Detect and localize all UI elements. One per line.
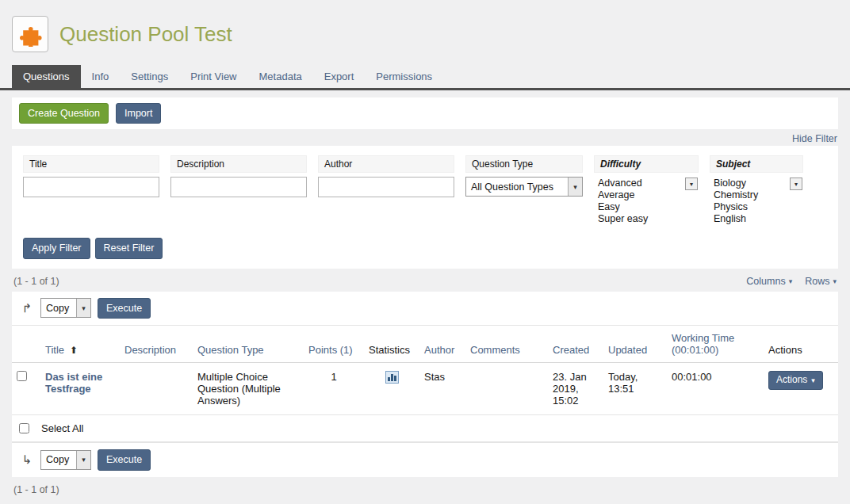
apply-filter-button[interactable]: Apply Filter (23, 238, 90, 258)
execute-button-bottom[interactable]: Execute (98, 449, 151, 470)
header-working-time[interactable]: Working Time (00:01:00) (667, 326, 764, 363)
create-question-button[interactable]: Create Question (19, 103, 109, 124)
page: Question Pool Test Questions Info Settin… (0, 0, 850, 500)
filter-panel: Title Description Author Question Type A… (12, 146, 838, 268)
hide-filter-link[interactable]: Hide Filter (792, 133, 837, 144)
dropdown-arrow-icon: ▾ (76, 451, 90, 469)
select-all-row: Select All (12, 415, 838, 442)
header-comments[interactable]: Comments (465, 326, 548, 363)
import-button[interactable]: Import (116, 103, 161, 124)
difficulty-option-super-easy[interactable]: Super easy (598, 213, 683, 225)
columns-menu[interactable]: Columns ▾ (746, 276, 792, 287)
header-points[interactable]: Points (1) (304, 326, 364, 363)
dropdown-arrow-icon: ▾ (568, 178, 582, 196)
caret-down-icon: ▾ (833, 277, 837, 285)
subject-option-english[interactable]: English (714, 213, 787, 225)
bulk-action-selected-value: Copy (41, 451, 76, 469)
caret-down-icon: ▾ (789, 277, 793, 285)
header-statistics: Statistics (364, 326, 419, 363)
rows-menu-label: Rows (805, 276, 829, 287)
puzzle-icon (17, 21, 43, 47)
filter-description-label: Description (170, 155, 307, 173)
header-description[interactable]: Description (120, 326, 193, 363)
question-type-select[interactable]: All Question Types ▾ (465, 177, 583, 197)
toolbar: Create Question Import (12, 97, 838, 129)
table-meta-top: (1 - 1 of 1) Columns ▾ Rows ▾ (12, 273, 838, 292)
row-checkbox-cell (12, 363, 40, 415)
table-meta-bottom: (1 - 1 of 1) (12, 481, 838, 500)
header-updated[interactable]: Updated (603, 326, 667, 363)
row-actions-label: Actions (776, 375, 807, 386)
tab-print-view[interactable]: Print View (179, 65, 247, 88)
difficulty-option-easy[interactable]: Easy (598, 201, 683, 213)
bulk-action-row-bottom: ↳ Copy ▾ Execute (12, 442, 838, 476)
question-table: Title ⬆ Description Question Type Points… (12, 326, 838, 415)
header-checkbox-spacer (12, 326, 40, 363)
filter-buttons: Apply Filter Reset Filter (23, 238, 827, 258)
filter-author-input[interactable] (318, 177, 454, 197)
bulk-action-select-bottom[interactable]: Copy ▾ (40, 450, 91, 470)
difficulty-multiselect[interactable]: Advanced Average Easy Super easy ▾ (594, 177, 699, 227)
sort-ascending-icon: ⬆ (70, 345, 78, 356)
row-checkbox[interactable] (17, 371, 27, 381)
rows-menu[interactable]: Rows ▾ (805, 276, 837, 287)
filter-item-description: Description (170, 155, 307, 197)
subject-option-chemistry[interactable]: Chemistry (714, 189, 787, 201)
dropdown-arrow-icon: ▾ (76, 299, 90, 317)
difficulty-option-advanced[interactable]: Advanced (598, 178, 683, 189)
tab-questions[interactable]: Questions (12, 65, 81, 88)
header-created[interactable]: Created (548, 326, 603, 363)
page-title: Question Pool Test (59, 22, 232, 47)
statistics-chart-icon[interactable] (385, 371, 399, 384)
apply-to-selection-bottom-icon: ↳ (20, 452, 34, 467)
header-actions: Actions (764, 326, 838, 363)
tab-info[interactable]: Info (81, 65, 121, 88)
question-points-cell: 1 (304, 363, 364, 415)
hide-filter-row: Hide Filter (13, 133, 837, 144)
tab-export[interactable]: Export (313, 65, 366, 88)
question-comments-cell (465, 363, 548, 415)
filter-item-author: Author (318, 155, 454, 197)
question-updated-cell: Today, 13:51 (603, 363, 667, 415)
app-header: Question Pool Test (0, 0, 850, 52)
filter-items: Title Description Author Question Type A… (23, 155, 827, 227)
filter-item-subject: Subject Biology Chemistry Physics Englis… (710, 155, 803, 227)
question-description-cell (120, 363, 193, 415)
row-actions-button[interactable]: Actions ▾ (768, 371, 823, 390)
question-working-time-cell: 00:01:00 (667, 363, 764, 415)
question-author-cell: Stas (419, 363, 465, 415)
filter-item-title: Title (23, 155, 159, 197)
header-author[interactable]: Author (419, 326, 465, 363)
filter-title-label: Title (23, 155, 159, 173)
filter-difficulty-label: Difficulty (594, 155, 699, 173)
question-title-link[interactable]: Das ist eine Testfrage (40, 363, 120, 415)
select-all-checkbox[interactable] (19, 423, 29, 433)
tab-bar: Questions Info Settings Print View Metad… (0, 65, 850, 90)
tab-settings[interactable]: Settings (120, 65, 179, 88)
bulk-action-select-top[interactable]: Copy ▾ (40, 298, 91, 318)
dropdown-arrow-icon[interactable]: ▾ (790, 178, 802, 190)
subject-multiselect[interactable]: Biology Chemistry Physics English ▾ (710, 177, 803, 227)
question-created-cell: 23. Jan 2019, 15:02 (548, 363, 603, 415)
filter-author-label: Author (318, 155, 454, 173)
bulk-action-selected-value: Copy (41, 299, 76, 317)
tab-permissions[interactable]: Permissions (365, 65, 443, 88)
reset-filter-button[interactable]: Reset Filter (95, 238, 163, 258)
subject-option-physics[interactable]: Physics (714, 201, 787, 213)
dropdown-arrow-icon[interactable]: ▾ (685, 178, 698, 190)
filter-description-input[interactable] (170, 177, 307, 197)
difficulty-option-average[interactable]: Average (598, 189, 683, 201)
filter-question-type-label: Question Type (465, 155, 583, 173)
tab-metadata[interactable]: Metadata (248, 65, 313, 88)
apply-to-selection-top-icon: ↱ (20, 301, 34, 315)
question-table-panel: ↱ Copy ▾ Execute Title ⬆ Desc (12, 292, 838, 477)
table-header-row: Title ⬆ Description Question Type Points… (12, 326, 838, 363)
execute-button-top[interactable]: Execute (98, 298, 151, 319)
question-actions-cell: Actions ▾ (764, 363, 838, 415)
filter-title-input[interactable] (23, 177, 159, 197)
subject-option-biology[interactable]: Biology (714, 178, 787, 189)
header-title[interactable]: Title ⬆ (40, 326, 120, 363)
question-pool-icon (12, 16, 48, 52)
question-statistics-cell (364, 363, 419, 415)
header-question-type[interactable]: Question Type (193, 326, 304, 363)
